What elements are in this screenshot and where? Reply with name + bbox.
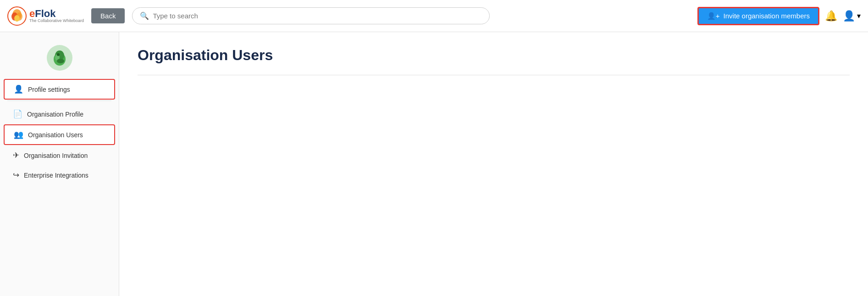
search-bar[interactable]: 🔍 <box>132 7 490 24</box>
page-title: Organisation Users <box>138 47 850 64</box>
sidebar: 👤 Profile settings 📄 Organisation Profil… <box>0 32 119 296</box>
sidebar-item-organisation-invitation-label: Organisation Invitation <box>24 152 88 159</box>
content-divider <box>138 75 850 75</box>
eflok-logo-icon <box>7 6 27 26</box>
organisation-users-icon: 👥 <box>14 130 23 140</box>
sidebar-item-organisation-profile[interactable]: 📄 Organisation Profile <box>4 105 115 123</box>
org-logo-svg <box>48 46 71 69</box>
invite-icon: 👤+ <box>707 12 720 20</box>
svg-point-4 <box>14 15 20 22</box>
invite-members-button[interactable]: 👤+ Invite organisation members <box>697 7 819 25</box>
enterprise-integrations-icon: ↪ <box>13 170 19 180</box>
org-avatar-area <box>0 39 119 78</box>
notifications-bell-icon[interactable]: 🔔 <box>825 10 837 22</box>
brand-name: eFlok <box>29 9 84 19</box>
sidebar-item-organisation-invitation[interactable]: ✈ Organisation Invitation <box>4 146 115 165</box>
organisation-invitation-icon: ✈ <box>13 151 19 160</box>
sidebar-item-organisation-users[interactable]: 👥 Organisation Users <box>4 124 115 145</box>
svg-point-9 <box>57 53 60 56</box>
search-icon: 🔍 <box>140 11 149 20</box>
profile-settings-icon: 👤 <box>14 84 23 94</box>
svg-point-10 <box>57 59 64 63</box>
sidebar-item-organisation-profile-label: Organisation Profile <box>27 111 83 118</box>
logo-area: eFlok The Collaborative Whiteboard <box>7 6 84 26</box>
brand-subtitle: The Collaborative Whiteboard <box>29 19 84 23</box>
main-content: Organisation Users <box>119 32 868 296</box>
organisation-profile-icon: 📄 <box>13 109 22 119</box>
search-input[interactable] <box>153 12 482 20</box>
sidebar-item-enterprise-integrations[interactable]: ↪ Enterprise Integrations <box>4 166 115 184</box>
sidebar-item-profile-settings[interactable]: 👤 Profile settings <box>4 79 115 100</box>
logo-text: eFlok The Collaborative Whiteboard <box>29 9 84 23</box>
navbar-right: 👤+ Invite organisation members 🔔 👤 ▾ <box>697 7 861 25</box>
sidebar-item-organisation-users-label: Organisation Users <box>28 131 83 139</box>
sidebar-item-profile-settings-label: Profile settings <box>28 86 70 93</box>
navbar: eFlok The Collaborative Whiteboard Back … <box>0 0 868 32</box>
user-chevron-icon: ▾ <box>857 11 861 20</box>
main-layout: 👤 Profile settings 📄 Organisation Profil… <box>0 32 868 296</box>
sidebar-divider <box>7 101 111 101</box>
sidebar-item-enterprise-integrations-label: Enterprise Integrations <box>24 172 88 179</box>
back-button[interactable]: Back <box>91 8 125 23</box>
user-avatar-icon: 👤 <box>843 10 855 22</box>
user-menu[interactable]: 👤 ▾ <box>843 10 861 22</box>
org-avatar <box>47 45 72 71</box>
invite-label: Invite organisation members <box>724 12 810 20</box>
